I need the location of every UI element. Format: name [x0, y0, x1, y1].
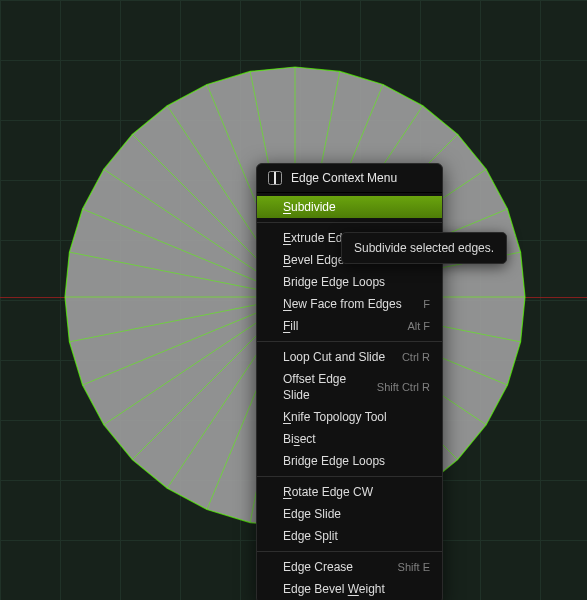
viewport-3d[interactable]: Edge Context Menu SubdivideExtrude Edges… — [0, 0, 587, 600]
menu-item-label: Bridge Edge Loops — [283, 453, 430, 469]
menu-item-edge-bevel-weight[interactable]: Edge Bevel Weight — [257, 578, 442, 600]
menu-title: Edge Context Menu — [291, 171, 397, 185]
menu-separator — [257, 551, 442, 552]
edge-icon — [267, 170, 283, 186]
menu-item-edge-crease[interactable]: Edge CreaseShift E — [257, 556, 442, 578]
menu-item-label: Edge Bevel Weight — [283, 581, 430, 597]
menu-item-edge-slide[interactable]: Edge Slide — [257, 503, 442, 525]
menu-item-shortcut: Shift Ctrl R — [367, 379, 430, 395]
menu-item-label: Edge Slide — [283, 506, 430, 522]
menu-separator — [257, 341, 442, 342]
menu-item-label: Offset Edge Slide — [283, 371, 367, 403]
menu-item-label: Knife Topology Tool — [283, 409, 430, 425]
menu-item-bisect[interactable]: Bisect — [257, 428, 442, 450]
menu-item-edge-split[interactable]: Edge Split — [257, 525, 442, 547]
menu-item-label: Bridge Edge Loops — [283, 274, 430, 290]
menu-separator — [257, 222, 442, 223]
menu-item-shortcut: F — [413, 296, 430, 312]
menu-item-label: New Face from Edges — [283, 296, 413, 312]
tooltip: Subdivide selected edges. — [341, 232, 507, 264]
menu-item-shortcut: Shift E — [388, 559, 430, 575]
menu-item-offset-edge-slide[interactable]: Offset Edge SlideShift Ctrl R — [257, 368, 442, 406]
menu-item-shortcut: Ctrl R — [392, 349, 430, 365]
menu-item-label: Edge Split — [283, 528, 430, 544]
menu-item-bridge-edge-loops[interactable]: Bridge Edge Loops — [257, 450, 442, 472]
menu-item-label: Rotate Edge CW — [283, 484, 430, 500]
menu-header: Edge Context Menu — [257, 165, 442, 193]
menu-item-fill[interactable]: FillAlt F — [257, 315, 442, 337]
menu-item-shortcut: Alt F — [397, 318, 430, 334]
menu-item-subdivide[interactable]: Subdivide — [257, 196, 442, 218]
tooltip-text: Subdivide selected edges. — [354, 241, 494, 255]
edge-context-menu: Edge Context Menu SubdivideExtrude Edges… — [256, 163, 443, 600]
menu-item-rotate-edge-cw[interactable]: Rotate Edge CW — [257, 481, 442, 503]
menu-separator — [257, 476, 442, 477]
menu-item-label: Edge Crease — [283, 559, 388, 575]
menu-item-knife-topology-tool[interactable]: Knife Topology Tool — [257, 406, 442, 428]
menu-item-label: Subdivide — [283, 199, 430, 215]
menu-item-label: Fill — [283, 318, 397, 334]
menu-item-label: Bisect — [283, 431, 430, 447]
menu-item-new-face-from-edges[interactable]: New Face from EdgesF — [257, 293, 442, 315]
menu-item-bridge-edge-loops[interactable]: Bridge Edge Loops — [257, 271, 442, 293]
menu-item-label: Loop Cut and Slide — [283, 349, 392, 365]
menu-item-loop-cut-and-slide[interactable]: Loop Cut and SlideCtrl R — [257, 346, 442, 368]
